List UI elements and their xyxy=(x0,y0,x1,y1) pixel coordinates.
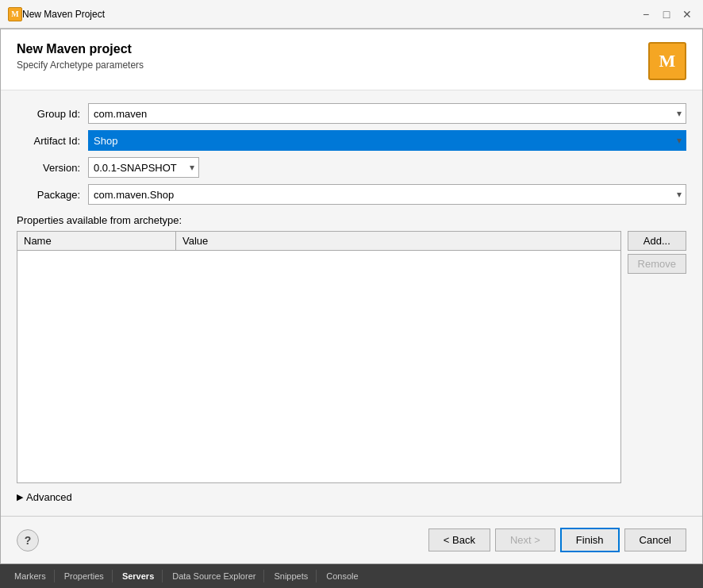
taskbar-console[interactable]: Console xyxy=(318,570,366,582)
package-wrap: com.maven.Shop xyxy=(88,184,686,205)
dialog-subtitle: Specify Archetype parameters xyxy=(17,60,144,71)
group-id-select-wrapper: com.maven xyxy=(88,103,686,124)
maximize-button[interactable]: □ xyxy=(659,6,674,22)
version-select-wrapper: 0.0.1-SNAPSHOT xyxy=(88,157,199,178)
version-select[interactable]: 0.0.1-SNAPSHOT xyxy=(88,157,199,178)
advanced-arrow: ▶ xyxy=(17,492,23,502)
bottom-bar-left: ? xyxy=(17,529,428,551)
properties-table-body[interactable] xyxy=(17,251,620,482)
group-id-label: Group Id: xyxy=(17,108,88,120)
bottom-bar-right: < Back Next > Finish Cancel xyxy=(428,528,686,552)
advanced-toggle[interactable]: ▶ Advanced xyxy=(17,491,686,503)
title-bar-icon: M xyxy=(8,7,22,21)
maven-icon: M xyxy=(648,42,686,80)
dialog-header: New Maven project Specify Archetype para… xyxy=(1,29,702,90)
artifact-id-wrap: Shop xyxy=(88,130,686,151)
title-bar-controls: − □ ✕ xyxy=(638,6,695,22)
cancel-button[interactable]: Cancel xyxy=(624,528,686,551)
close-button[interactable]: ✕ xyxy=(679,6,695,22)
name-column-header: Name xyxy=(17,232,176,250)
advanced-label: Advanced xyxy=(26,491,72,503)
value-column-header: Value xyxy=(176,232,620,250)
group-id-select[interactable]: com.maven xyxy=(88,103,686,124)
package-select[interactable]: com.maven.Shop xyxy=(88,184,686,205)
advanced-section: ▶ Advanced xyxy=(17,491,686,503)
taskbar-data-source[interactable]: Data Source Explorer xyxy=(164,570,264,582)
add-button[interactable]: Add... xyxy=(628,231,686,251)
taskbar-properties[interactable]: Properties xyxy=(56,570,113,582)
dialog-header-text: New Maven project Specify Archetype para… xyxy=(17,42,144,71)
dialog-content: Group Id: com.maven Artifact Id: Shop xyxy=(1,90,702,516)
title-bar: M New Maven Project − □ ✕ xyxy=(0,0,703,29)
package-label: Package: xyxy=(17,189,88,201)
minimize-button[interactable]: − xyxy=(638,6,654,22)
taskbar-items: Markers Properties Servers Data Source E… xyxy=(6,570,367,582)
properties-area: Name Value Add... Remove xyxy=(17,231,686,483)
group-id-wrap: com.maven xyxy=(88,103,686,124)
properties-table-header: Name Value xyxy=(17,232,620,251)
artifact-id-row: Artifact Id: Shop xyxy=(17,130,686,151)
taskbar-snippets[interactable]: Snippets xyxy=(266,570,317,582)
artifact-id-select-wrapper: Shop xyxy=(88,130,686,151)
next-button[interactable]: Next > xyxy=(495,528,555,551)
package-select-wrapper: com.maven.Shop xyxy=(88,184,686,205)
help-button[interactable]: ? xyxy=(17,529,39,551)
dialog-title: New Maven project xyxy=(17,42,144,56)
taskbar: Markers Properties Servers Data Source E… xyxy=(0,564,703,588)
dialog-bottom-bar: ? < Back Next > Finish Cancel xyxy=(1,516,702,563)
artifact-id-select[interactable]: Shop xyxy=(88,130,686,151)
group-id-row: Group Id: com.maven xyxy=(17,103,686,124)
taskbar-servers[interactable]: Servers xyxy=(114,570,163,582)
title-bar-text: New Maven Project xyxy=(22,9,638,20)
back-button[interactable]: < Back xyxy=(428,528,490,551)
taskbar-markers[interactable]: Markers xyxy=(6,570,55,582)
remove-button[interactable]: Remove xyxy=(628,254,686,274)
finish-button[interactable]: Finish xyxy=(560,528,620,552)
artifact-id-label: Artifact Id: xyxy=(17,135,88,147)
version-row: Version: 0.0.1-SNAPSHOT xyxy=(17,157,686,178)
dialog: New Maven project Specify Archetype para… xyxy=(0,29,703,564)
properties-label: Properties available from archetype: xyxy=(17,214,686,226)
package-row: Package: com.maven.Shop xyxy=(17,184,686,205)
properties-buttons: Add... Remove xyxy=(628,231,686,483)
version-label: Version: xyxy=(17,162,88,174)
properties-table: Name Value xyxy=(17,231,621,483)
